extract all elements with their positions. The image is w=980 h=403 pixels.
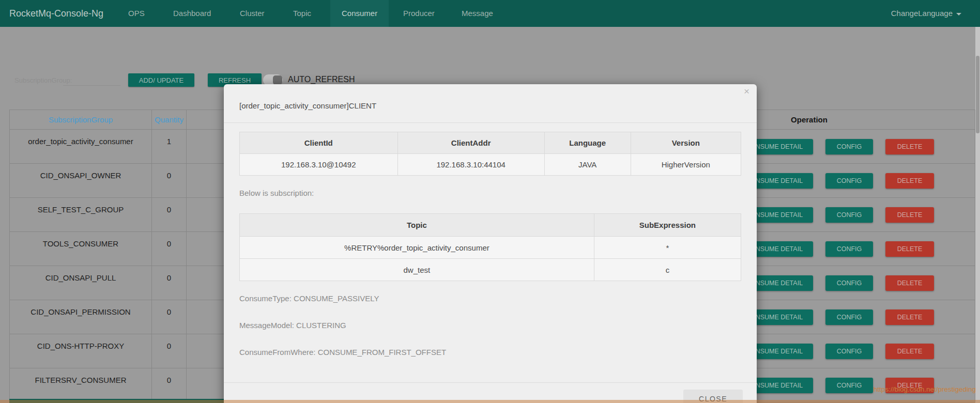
config-button[interactable]: CONFIG xyxy=(825,378,873,393)
nav-item-message[interactable]: Message xyxy=(462,0,493,27)
scrollbar-thumb[interactable] xyxy=(976,56,979,133)
subscription-group-input[interactable] xyxy=(63,74,120,86)
add-update-button[interactable]: ADD/ UPDATE xyxy=(128,73,194,87)
header-subscription-group[interactable]: SubscriptionGroup xyxy=(10,110,152,129)
config-button[interactable]: CONFIG xyxy=(825,173,873,189)
cell-quantity: 0 xyxy=(152,300,187,334)
cell-group: CID_ONSAPI_PULL xyxy=(10,266,152,300)
close-icon[interactable]: × xyxy=(744,86,749,96)
cell-quantity: 0 xyxy=(152,164,187,197)
config-button[interactable]: CONFIG xyxy=(825,275,873,291)
cell-group: SELF_TEST_C_GROUP xyxy=(10,198,152,231)
scrollbar-track[interactable] xyxy=(975,27,980,403)
cell-group: CID_ONSAPI_PERMISSION xyxy=(10,300,152,334)
toggle-knob-icon xyxy=(273,75,282,85)
delete-button[interactable]: DELETE xyxy=(885,207,934,223)
watermark-bar xyxy=(0,400,980,403)
client-table-header: Version xyxy=(631,132,741,154)
nav-item-topic[interactable]: Topic xyxy=(293,0,311,27)
config-button[interactable]: CONFIG xyxy=(825,309,873,325)
cell-quantity: 0 xyxy=(152,334,187,368)
app-brand[interactable]: RocketMq-Console-Ng xyxy=(9,0,103,27)
cell-quantity: 0 xyxy=(152,368,187,402)
config-button[interactable]: CONFIG xyxy=(825,344,873,359)
nav-item-ops[interactable]: OPS xyxy=(128,0,145,27)
cell-group: TOOLS_CONSUMER xyxy=(10,232,152,266)
modal-header-divider xyxy=(224,122,757,123)
change-language-label: ChangeLanguage xyxy=(891,9,953,18)
nav-item-dashboard[interactable]: Dashboard xyxy=(173,0,211,27)
client-addr-cell: 192.168.3.10:44104 xyxy=(397,154,544,176)
client-detail-modal: × [order_topic_activity_consumer]CLIENT … xyxy=(224,84,757,403)
modal-title: [order_topic_activity_consumer]CLIENT xyxy=(239,101,376,110)
header-quantity[interactable]: Quantity xyxy=(152,110,187,129)
watermark-text: https://blog.csdn.net/prestigeding xyxy=(874,385,976,393)
client-id-cell: 192.168.3.10@10492 xyxy=(240,154,398,176)
nav-item-cluster[interactable]: Cluster xyxy=(240,0,265,27)
client-version-cell: HigherVersion xyxy=(631,154,741,176)
client-language-cell: JAVA xyxy=(544,154,631,176)
client-table: ClientId ClientAddr Language Version 192… xyxy=(239,132,741,176)
config-button[interactable]: CONFIG xyxy=(825,139,873,154)
cell-quantity: 0 xyxy=(152,266,187,300)
config-button[interactable]: CONFIG xyxy=(825,241,873,257)
client-table-header: ClientAddr xyxy=(397,132,544,154)
cell-quantity: 0 xyxy=(152,232,187,266)
consume-type-text: ConsumeType: CONSUME_PASSIVELY xyxy=(239,294,379,303)
sub-expression-cell: c xyxy=(594,259,741,281)
delete-button[interactable]: DELETE xyxy=(885,275,934,291)
client-table-header: Language xyxy=(544,132,631,154)
change-language-dropdown[interactable]: ChangeLanguage xyxy=(891,0,961,27)
auto-refresh-label: AUTO_REFRESH xyxy=(288,75,355,84)
chevron-down-icon xyxy=(956,13,961,16)
consume-from-where-text: ConsumeFromWhere: CONSUME_FROM_FIRST_OFF… xyxy=(239,348,446,357)
delete-button[interactable]: DELETE xyxy=(885,173,934,189)
client-table-header: ClientId xyxy=(240,132,398,154)
cell-group: order_topic_activity_consumer xyxy=(10,130,152,163)
delete-button[interactable]: DELETE xyxy=(885,241,934,257)
cell-group: CID_ONS-HTTP-PROXY xyxy=(10,334,152,368)
delete-button[interactable]: DELETE xyxy=(885,139,934,154)
subscription-table: Topic SubExpression %RETRY%order_topic_a… xyxy=(239,213,741,281)
modal-footer-divider xyxy=(224,382,757,383)
nav-item-consumer[interactable]: Consumer xyxy=(330,0,389,27)
subscription-table-header: SubExpression xyxy=(594,214,741,237)
nav-item-producer[interactable]: Producer xyxy=(403,0,435,27)
cell-quantity: 1 xyxy=(152,130,187,163)
subscription-section-label: Below is subscription: xyxy=(239,189,314,197)
cell-group: FILTERSRV_CONSUMER xyxy=(10,368,152,402)
delete-button[interactable]: DELETE xyxy=(885,344,934,359)
consumer-page: RocketMq-Console-Ng OPS Dashboard Cluste… xyxy=(0,0,980,403)
topic-cell: %RETRY%order_topic_activity_consumer xyxy=(240,237,594,259)
message-model-text: MessageModel: CLUSTERING xyxy=(239,321,346,330)
subscription-table-header: Topic xyxy=(240,214,594,237)
topic-cell: dw_test xyxy=(240,259,594,281)
cell-group: CID_ONSAPI_OWNER xyxy=(10,164,152,197)
top-navbar: RocketMq-Console-Ng OPS Dashboard Cluste… xyxy=(0,0,980,27)
sub-expression-cell: * xyxy=(594,237,741,259)
cell-quantity: 0 xyxy=(152,198,187,231)
config-button[interactable]: CONFIG xyxy=(825,207,873,223)
delete-button[interactable]: DELETE xyxy=(885,309,934,325)
